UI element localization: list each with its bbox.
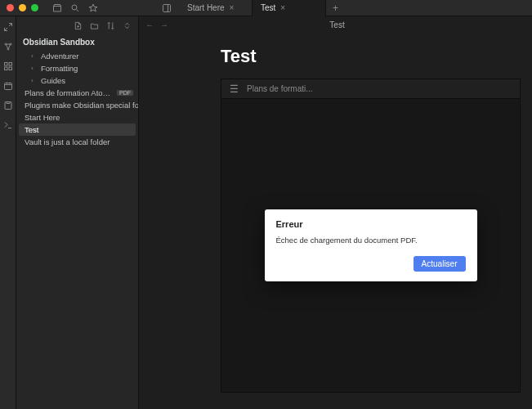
svg-rect-1 xyxy=(163,4,171,11)
svg-rect-6 xyxy=(9,63,12,66)
editor-pane: ← → Test Test ☰ Plans de formati... Erre… xyxy=(139,16,532,409)
maximize-window-button[interactable] xyxy=(31,4,38,11)
tree-label: Guides xyxy=(41,76,65,85)
pdf-filename: Plans de formati... xyxy=(247,84,313,93)
window-controls xyxy=(7,4,38,11)
file-test[interactable]: Test xyxy=(19,124,136,136)
close-icon[interactable]: × xyxy=(280,3,285,12)
sidebar-toolbar xyxy=(16,16,138,34)
svg-rect-7 xyxy=(4,67,7,70)
file-explorer: Obsidian Sandbox › Adventurer › Formatti… xyxy=(16,16,139,409)
pdf-embed: ☰ Plans de formati... Erreur Échec de ch… xyxy=(221,79,521,393)
panel-layout-icon[interactable] xyxy=(161,2,172,14)
new-note-icon[interactable] xyxy=(73,20,83,30)
file-plans-pdf[interactable]: Plans de formation Atomic Knowled… PDF xyxy=(16,87,138,99)
templates-icon[interactable] xyxy=(2,100,14,111)
new-tab-button[interactable]: + xyxy=(326,0,345,16)
svg-rect-8 xyxy=(9,67,12,70)
file-badge: PDF xyxy=(117,90,133,96)
file-start-here[interactable]: Start Here xyxy=(16,111,138,124)
collapse-icon[interactable] xyxy=(122,20,132,30)
titlebar: Start Here × Test × + xyxy=(0,0,532,16)
sort-icon[interactable] xyxy=(105,20,115,30)
tree-label: Plugins make Obsidian special for you xyxy=(25,101,138,110)
svg-rect-5 xyxy=(4,63,7,66)
chevron-right-icon: › xyxy=(31,52,38,60)
tree-label: Vault is just a local folder xyxy=(25,137,110,146)
search-icon[interactable] xyxy=(69,2,81,14)
tab-label: Test xyxy=(261,3,275,12)
vault-switcher-icon[interactable] xyxy=(51,2,63,14)
error-dialog: Erreur Échec de chargement du document P… xyxy=(265,209,477,281)
note-body: Test ☰ Plans de formati... Erreur Échec … xyxy=(139,33,532,409)
tab-bar: Start Here × Test × + xyxy=(179,0,345,16)
menu-icon[interactable]: ☰ xyxy=(230,83,239,95)
pdf-viewport: Erreur Échec de chargement du document P… xyxy=(221,99,520,392)
tree-label: Plans de formation Atomic Knowled… xyxy=(25,88,114,97)
dialog-title: Erreur xyxy=(276,219,466,229)
ribbon xyxy=(0,16,16,409)
star-icon[interactable] xyxy=(87,2,99,14)
quick-switcher-icon[interactable] xyxy=(2,21,14,33)
tree-label: Adventurer xyxy=(41,52,78,61)
dialog-message: Échec de chargement du document PDF. xyxy=(276,236,466,245)
tab-test[interactable]: Test × xyxy=(253,0,326,16)
tree-label: Formatting xyxy=(41,64,78,73)
file-vault-local[interactable]: Vault is just a local folder xyxy=(16,136,138,148)
folder-guides[interactable]: › Guides xyxy=(16,74,138,87)
tree-label: Start Here xyxy=(25,113,60,122)
svg-rect-10 xyxy=(5,102,11,110)
tree-label: Test xyxy=(25,125,38,134)
folder-adventurer[interactable]: › Adventurer xyxy=(16,50,138,62)
chevron-right-icon: › xyxy=(31,77,38,84)
close-icon[interactable]: × xyxy=(230,3,235,12)
command-palette-icon[interactable] xyxy=(2,119,14,131)
pdf-toolbar: ☰ Plans de formati... xyxy=(221,79,520,99)
tab-label: Start Here xyxy=(187,3,225,12)
folder-formatting[interactable]: › Formatting xyxy=(16,62,138,74)
content-title: Test xyxy=(175,20,499,29)
graph-view-icon[interactable] xyxy=(2,41,14,52)
nav-back-icon[interactable]: ← xyxy=(145,20,154,29)
refresh-button[interactable]: Actualiser xyxy=(414,256,466,272)
svg-point-0 xyxy=(72,5,77,10)
tab-start-here[interactable]: Start Here × xyxy=(179,0,253,16)
svg-point-4 xyxy=(7,48,9,50)
nav-forward-icon[interactable]: → xyxy=(160,20,168,29)
file-plugins[interactable]: Plugins make Obsidian special for you xyxy=(16,99,138,111)
minimize-window-button[interactable] xyxy=(19,4,26,11)
close-window-button[interactable] xyxy=(7,4,14,11)
new-folder-icon[interactable] xyxy=(89,20,99,30)
main-layout: Obsidian Sandbox › Adventurer › Formatti… xyxy=(0,16,532,409)
canvas-icon[interactable] xyxy=(2,61,14,72)
vault-title: Obsidian Sandbox xyxy=(16,34,138,50)
note-title[interactable]: Test xyxy=(139,39,532,79)
svg-rect-9 xyxy=(4,83,11,90)
chevron-right-icon: › xyxy=(31,65,38,72)
daily-note-icon[interactable] xyxy=(2,80,14,92)
content-header: ← → Test xyxy=(139,16,532,33)
file-tree: › Adventurer › Formatting › Guides Plans… xyxy=(16,50,138,409)
